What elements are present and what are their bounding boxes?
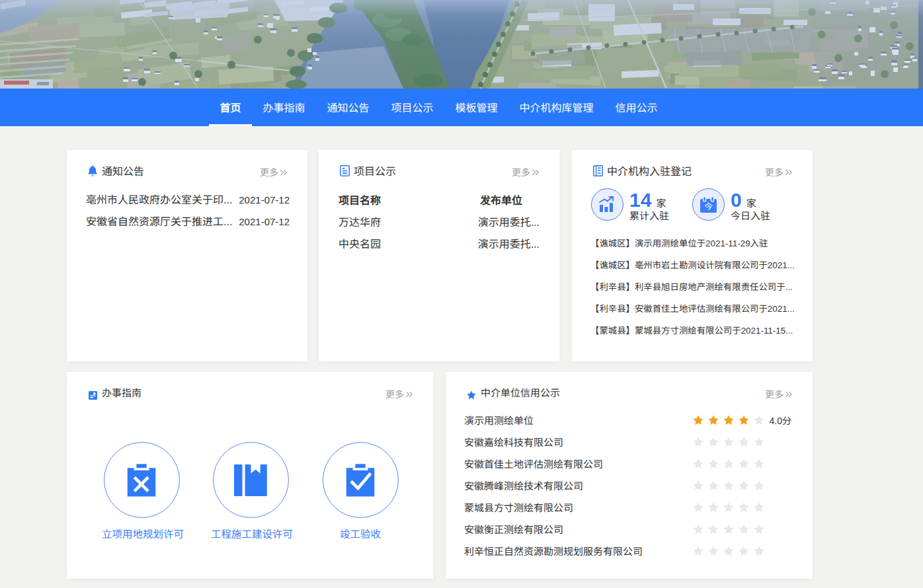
svg-text:今: 今 (704, 200, 713, 212)
